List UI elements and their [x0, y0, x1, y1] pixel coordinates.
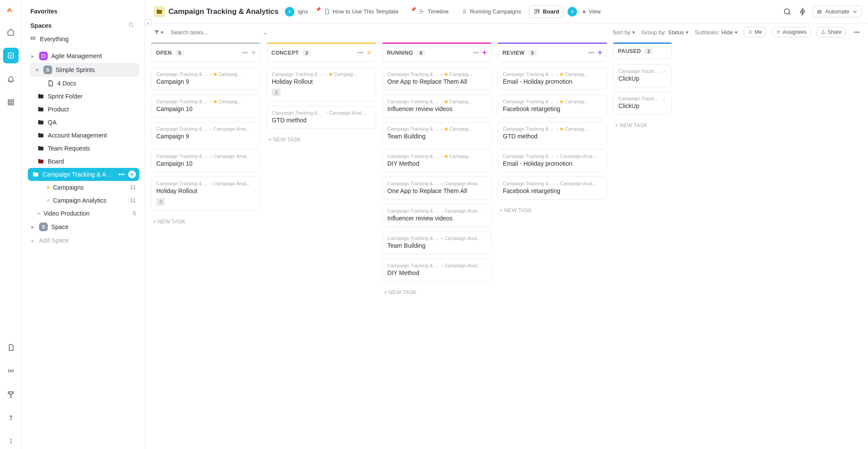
- board-column: REVIEW5•••+Campaign Tracking & Analyti..…: [498, 43, 607, 440]
- task-card[interactable]: Campaign Tracking & An...›Campaign Anal.…: [382, 177, 492, 200]
- task-card[interactable]: Campaign Tracking & An...›Campaign Anal.…: [382, 204, 492, 227]
- broadcast-icon[interactable]: [3, 363, 19, 379]
- task-card[interactable]: Campaign Tracking & An...›Campaign Anal.…: [151, 177, 261, 211]
- sidebar-folder-sprint[interactable]: Sprint Folder: [33, 90, 139, 103]
- collapse-sidebar-button[interactable]: ‹: [145, 19, 152, 26]
- column-header[interactable]: OPEN5•••+: [151, 44, 261, 62]
- search-icon[interactable]: [781, 6, 793, 18]
- new-task-button[interactable]: + NEW TASK: [382, 286, 492, 299]
- task-card[interactable]: Campaign Tracking & An...›Campaign Anal.…: [151, 122, 261, 145]
- more-icon[interactable]: •••: [851, 29, 862, 36]
- task-card[interactable]: Campaign Tracking & Ana›ClickUp: [613, 92, 672, 115]
- sidebar-space-simple-sprints[interactable]: ▾ S Simple Sprints: [30, 63, 139, 77]
- scroll-tabs-right[interactable]: [568, 7, 577, 16]
- board[interactable]: OPEN5•••+Campaign Tracking & Analyti...›…: [145, 43, 868, 449]
- sidebar-space-space[interactable]: ▸ S Space: [25, 220, 139, 234]
- column-add-button[interactable]: +: [597, 48, 602, 57]
- column-header[interactable]: REVIEW5•••+: [498, 44, 607, 62]
- new-task-button[interactable]: + NEW TASK: [267, 133, 376, 146]
- task-card[interactable]: Campaign Tracking & Analyti...›Campaig..…: [382, 122, 492, 145]
- more-icon[interactable]: •••: [118, 170, 125, 178]
- column-more-icon[interactable]: •••: [588, 49, 594, 56]
- column-more-icon[interactable]: •••: [242, 49, 248, 56]
- new-task-button[interactable]: + NEW TASK: [151, 215, 261, 228]
- sidebar-folder-board[interactable]: Board: [33, 155, 139, 168]
- sidebar-list-campaign-analytics[interactable]: Campaign Analytics 11: [43, 194, 139, 207]
- chevron-right-icon[interactable]: ▸: [30, 223, 36, 230]
- sidebar-add-space[interactable]: + Add Space: [25, 234, 139, 247]
- me-button[interactable]: Me: [744, 27, 766, 37]
- apps-icon[interactable]: [3, 95, 19, 110]
- new-task-button[interactable]: + NEW TASK: [613, 119, 672, 132]
- task-card[interactable]: Campaign Tracking & Analyti...›Campaig..…: [151, 95, 261, 118]
- filter-button[interactable]: ▾: [154, 29, 164, 36]
- assignees-button[interactable]: Assignees: [772, 27, 811, 37]
- sidebar-list-video-production[interactable]: Video Production 5: [33, 207, 139, 220]
- home-icon[interactable]: [3, 24, 19, 40]
- automate-button[interactable]: Automate: [812, 6, 862, 17]
- task-card[interactable]: Campaign Tracking & Analyti...›Campaig..…: [151, 67, 261, 90]
- column-more-icon[interactable]: •••: [357, 49, 363, 56]
- more-icon[interactable]: [3, 433, 19, 449]
- subtasks-button[interactable]: Subtasks: Hide ▾: [695, 29, 738, 36]
- page-title[interactable]: Campaign Tracking & Analytics: [168, 7, 279, 16]
- task-card[interactable]: Campaign Tracking & Analyti...›Campaig..…: [382, 67, 492, 90]
- column-add-button[interactable]: +: [366, 48, 371, 57]
- tab-board[interactable]: Board: [529, 5, 564, 18]
- bolt-icon[interactable]: [797, 6, 809, 18]
- column-more-icon[interactable]: •••: [473, 49, 479, 56]
- sidebar-folder-product[interactable]: Product: [33, 103, 139, 116]
- task-card[interactable]: Campaign Tracking & An...›Campaign Anal.…: [382, 259, 492, 282]
- add-view-button[interactable]: + View: [581, 5, 605, 18]
- clickup-logo[interactable]: [6, 6, 16, 16]
- task-card[interactable]: Campaign Tracking & An...›Campaign Anal.…: [382, 231, 492, 254]
- search-icon[interactable]: [128, 22, 134, 29]
- trophy-icon[interactable]: [3, 387, 19, 402]
- scroll-tabs-left[interactable]: [285, 7, 294, 16]
- task-card[interactable]: Campaign Tracking & An...›Campaign Anal.…: [151, 149, 261, 172]
- chevron-right-icon[interactable]: ▸: [30, 52, 36, 59]
- search-input[interactable]: [170, 29, 257, 36]
- tasks-icon[interactable]: [3, 48, 19, 63]
- sidebar-list-campaigns[interactable]: Campaigns 11: [43, 181, 139, 194]
- sidebar-space-agile[interactable]: ▸ Agile Management: [25, 49, 139, 63]
- sidebar-everything[interactable]: Everything: [25, 33, 139, 46]
- sort-by-button[interactable]: Sort by ▾: [613, 29, 635, 36]
- tab-truncated[interactable]: igns: [298, 8, 308, 15]
- tab-how-to-use[interactable]: 📌 How to Use This Template: [311, 6, 403, 17]
- new-task-button[interactable]: + NEW TASK: [498, 204, 607, 217]
- add-button[interactable]: +: [128, 170, 136, 178]
- share-button[interactable]: Share: [817, 27, 845, 37]
- chevron-down-icon[interactable]: ▾: [34, 66, 40, 73]
- group-by-button[interactable]: Group by: Status ▾: [641, 29, 689, 36]
- column-add-button[interactable]: +: [251, 48, 256, 57]
- sidebar-folder-account-mgmt[interactable]: Account Management: [33, 129, 139, 142]
- sidebar-folder-team-requests[interactable]: Team Requests: [33, 142, 139, 155]
- column-header[interactable]: CONCEPT2•••+: [267, 44, 376, 62]
- tab-running-campaigns[interactable]: Running Campaigns: [456, 6, 525, 17]
- column-header[interactable]: RUNNING8•••+: [382, 44, 492, 62]
- task-card[interactable]: Campaign Tracking & Analyti...›Campaig..…: [498, 122, 607, 145]
- task-card[interactable]: Campaign Tracking & Ana›ClickUp: [613, 64, 672, 87]
- task-card[interactable]: Campaign Tracking & Analyti...›Campaig..…: [382, 95, 492, 118]
- task-card[interactable]: Campaign Tracking & Analyti...›Campaig..…: [498, 95, 607, 118]
- sidebar-folder-campaign-tracking[interactable]: Campaign Tracking & Analy... ••• +: [28, 168, 139, 181]
- notifications-icon[interactable]: [3, 71, 19, 87]
- column-header[interactable]: PAUSED2: [613, 44, 672, 59]
- doc-icon[interactable]: [3, 340, 19, 355]
- task-card[interactable]: Campaign Tracking & An...›Campaign Anal.…: [498, 177, 607, 200]
- favorites-header[interactable]: Favorites: [25, 4, 139, 18]
- help-icon[interactable]: [3, 410, 19, 426]
- task-card[interactable]: Campaign Tracking & Analyti...›Campaig..…: [267, 67, 376, 102]
- task-card[interactable]: Campaign Tracking & An...›Campaign Anal.…: [267, 106, 376, 129]
- column-add-button[interactable]: +: [482, 48, 487, 57]
- spaces-header[interactable]: Spaces: [25, 18, 139, 33]
- card-title: DIY Method: [387, 160, 486, 167]
- chevron-down-icon[interactable]: ⌄: [263, 29, 267, 36]
- sidebar-docs[interactable]: 4 Docs: [43, 77, 139, 90]
- tab-timeline[interactable]: 📌 Timeline: [406, 6, 453, 17]
- task-card[interactable]: Campaign Tracking & Analyti...›Campaig..…: [498, 67, 607, 90]
- task-card[interactable]: Campaign Tracking & An...›Campaign Anal.…: [498, 149, 607, 172]
- sidebar-folder-qa[interactable]: QA: [33, 116, 139, 129]
- task-card[interactable]: Campaign Tracking & Analyti...›Campaig..…: [382, 149, 492, 172]
